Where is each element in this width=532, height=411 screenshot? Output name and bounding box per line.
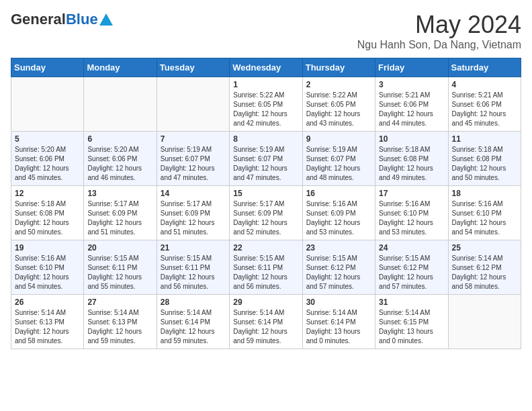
logo-triangle-icon <box>99 13 113 26</box>
calendar-cell: 18Sunrise: 5:16 AM Sunset: 6:10 PM Dayli… <box>448 186 521 240</box>
calendar-cell: 13Sunrise: 5:17 AM Sunset: 6:09 PM Dayli… <box>84 186 157 240</box>
day-header-wednesday: Wednesday <box>230 58 302 77</box>
cell-content: Sunrise: 5:14 AM Sunset: 6:12 PM Dayligh… <box>452 254 517 291</box>
day-number: 8 <box>233 134 298 144</box>
calendar-cell: 16Sunrise: 5:16 AM Sunset: 6:09 PM Dayli… <box>302 186 375 240</box>
calendar-cell: 23Sunrise: 5:15 AM Sunset: 6:12 PM Dayli… <box>302 240 375 295</box>
cell-content: Sunrise: 5:15 AM Sunset: 6:12 PM Dayligh… <box>306 254 371 291</box>
day-number: 24 <box>379 243 444 253</box>
day-number: 6 <box>87 134 152 144</box>
day-number: 10 <box>379 134 444 144</box>
day-number: 1 <box>233 80 298 89</box>
day-number: 28 <box>161 298 226 307</box>
cell-content: Sunrise: 5:15 AM Sunset: 6:11 PM Dayligh… <box>233 254 298 291</box>
calendar-cell: 26Sunrise: 5:14 AM Sunset: 6:13 PM Dayli… <box>11 295 84 349</box>
day-number: 14 <box>161 189 226 198</box>
page-header: GeneralBlue May 2024 Ngu Hanh Son, Da Na… <box>11 11 521 51</box>
calendar-week-row: 5Sunrise: 5:20 AM Sunset: 6:06 PM Daylig… <box>11 132 521 186</box>
cell-content: Sunrise: 5:15 AM Sunset: 6:12 PM Dayligh… <box>379 254 444 291</box>
cell-content: Sunrise: 5:16 AM Sunset: 6:10 PM Dayligh… <box>15 254 80 291</box>
calendar-cell: 29Sunrise: 5:14 AM Sunset: 6:14 PM Dayli… <box>230 295 302 349</box>
day-number: 3 <box>379 80 444 89</box>
cell-content: Sunrise: 5:20 AM Sunset: 6:06 PM Dayligh… <box>15 145 80 183</box>
calendar-week-row: 19Sunrise: 5:16 AM Sunset: 6:10 PM Dayli… <box>11 240 521 295</box>
cell-content: Sunrise: 5:22 AM Sunset: 6:05 PM Dayligh… <box>233 91 298 128</box>
calendar-cell <box>157 77 229 132</box>
cell-content: Sunrise: 5:18 AM Sunset: 6:08 PM Dayligh… <box>379 145 444 183</box>
calendar-cell: 14Sunrise: 5:17 AM Sunset: 6:09 PM Dayli… <box>157 186 229 240</box>
calendar-cell: 15Sunrise: 5:17 AM Sunset: 6:09 PM Dayli… <box>230 186 302 240</box>
calendar-cell: 5Sunrise: 5:20 AM Sunset: 6:06 PM Daylig… <box>11 132 84 186</box>
day-number: 17 <box>379 189 444 198</box>
cell-content: Sunrise: 5:14 AM Sunset: 6:14 PM Dayligh… <box>161 308 226 346</box>
cell-content: Sunrise: 5:16 AM Sunset: 6:09 PM Dayligh… <box>306 199 371 237</box>
day-header-saturday: Saturday <box>448 58 521 77</box>
cell-content: Sunrise: 5:22 AM Sunset: 6:05 PM Dayligh… <box>306 91 371 128</box>
calendar-cell: 22Sunrise: 5:15 AM Sunset: 6:11 PM Dayli… <box>230 240 302 295</box>
day-number: 30 <box>306 298 371 307</box>
day-number: 26 <box>15 298 80 307</box>
calendar-cell: 17Sunrise: 5:16 AM Sunset: 6:10 PM Dayli… <box>375 186 448 240</box>
logo: GeneralBlue <box>11 11 113 28</box>
day-number: 22 <box>233 243 298 253</box>
calendar-cell: 30Sunrise: 5:14 AM Sunset: 6:14 PM Dayli… <box>302 295 375 349</box>
day-number: 11 <box>452 134 517 144</box>
day-header-thursday: Thursday <box>302 58 375 77</box>
calendar-cell: 28Sunrise: 5:14 AM Sunset: 6:14 PM Dayli… <box>157 295 229 349</box>
day-number: 4 <box>452 80 517 89</box>
calendar-cell: 7Sunrise: 5:19 AM Sunset: 6:07 PM Daylig… <box>157 132 229 186</box>
day-number: 21 <box>161 243 226 253</box>
day-number: 13 <box>87 189 152 198</box>
day-header-tuesday: Tuesday <box>157 58 229 77</box>
day-number: 25 <box>452 243 517 253</box>
logo-general: General <box>11 11 66 28</box>
calendar-cell: 20Sunrise: 5:15 AM Sunset: 6:11 PM Dayli… <box>84 240 157 295</box>
cell-content: Sunrise: 5:15 AM Sunset: 6:11 PM Dayligh… <box>87 254 152 291</box>
cell-content: Sunrise: 5:17 AM Sunset: 6:09 PM Dayligh… <box>161 199 226 237</box>
calendar-cell: 19Sunrise: 5:16 AM Sunset: 6:10 PM Dayli… <box>11 240 84 295</box>
day-number: 12 <box>15 189 80 198</box>
calendar-cell <box>448 295 521 349</box>
day-number: 2 <box>306 80 371 89</box>
cell-content: Sunrise: 5:19 AM Sunset: 6:07 PM Dayligh… <box>161 145 226 183</box>
calendar-header-row: SundayMondayTuesdayWednesdayThursdayFrid… <box>11 58 521 77</box>
calendar-cell: 2Sunrise: 5:22 AM Sunset: 6:05 PM Daylig… <box>302 77 375 132</box>
calendar-cell: 9Sunrise: 5:19 AM Sunset: 6:07 PM Daylig… <box>302 132 375 186</box>
cell-content: Sunrise: 5:18 AM Sunset: 6:08 PM Dayligh… <box>452 145 517 183</box>
calendar-table: SundayMondayTuesdayWednesdayThursdayFrid… <box>11 58 521 349</box>
calendar-cell: 27Sunrise: 5:14 AM Sunset: 6:13 PM Dayli… <box>84 295 157 349</box>
calendar-cell: 6Sunrise: 5:20 AM Sunset: 6:06 PM Daylig… <box>84 132 157 186</box>
day-number: 29 <box>233 298 298 307</box>
calendar-week-row: 12Sunrise: 5:18 AM Sunset: 6:08 PM Dayli… <box>11 186 521 240</box>
day-number: 5 <box>15 134 80 144</box>
day-number: 20 <box>87 243 152 253</box>
calendar-cell: 3Sunrise: 5:21 AM Sunset: 6:06 PM Daylig… <box>375 77 448 132</box>
cell-content: Sunrise: 5:14 AM Sunset: 6:14 PM Dayligh… <box>233 308 298 346</box>
calendar-cell: 10Sunrise: 5:18 AM Sunset: 6:08 PM Dayli… <box>375 132 448 186</box>
day-header-sunday: Sunday <box>11 58 84 77</box>
day-number: 18 <box>452 189 517 198</box>
cell-content: Sunrise: 5:21 AM Sunset: 6:06 PM Dayligh… <box>452 91 517 128</box>
day-number: 23 <box>306 243 371 253</box>
cell-content: Sunrise: 5:14 AM Sunset: 6:13 PM Dayligh… <box>87 308 152 346</box>
calendar-week-row: 1Sunrise: 5:22 AM Sunset: 6:05 PM Daylig… <box>11 77 521 132</box>
day-header-monday: Monday <box>84 58 157 77</box>
day-number: 7 <box>161 134 226 144</box>
cell-content: Sunrise: 5:14 AM Sunset: 6:13 PM Dayligh… <box>15 308 80 346</box>
title-block: May 2024 Ngu Hanh Son, Da Nang, Vietnam <box>357 11 521 51</box>
cell-content: Sunrise: 5:17 AM Sunset: 6:09 PM Dayligh… <box>87 199 152 237</box>
logo-blue: Blue <box>66 11 98 28</box>
calendar-cell: 1Sunrise: 5:22 AM Sunset: 6:05 PM Daylig… <box>230 77 302 132</box>
cell-content: Sunrise: 5:15 AM Sunset: 6:11 PM Dayligh… <box>161 254 226 291</box>
subtitle: Ngu Hanh Son, Da Nang, Vietnam <box>357 39 521 51</box>
cell-content: Sunrise: 5:21 AM Sunset: 6:06 PM Dayligh… <box>379 91 444 128</box>
cell-content: Sunrise: 5:16 AM Sunset: 6:10 PM Dayligh… <box>452 199 517 237</box>
cell-content: Sunrise: 5:20 AM Sunset: 6:06 PM Dayligh… <box>87 145 152 183</box>
calendar-week-row: 26Sunrise: 5:14 AM Sunset: 6:13 PM Dayli… <box>11 295 521 349</box>
day-number: 9 <box>306 134 371 144</box>
calendar-cell: 24Sunrise: 5:15 AM Sunset: 6:12 PM Dayli… <box>375 240 448 295</box>
calendar-cell: 25Sunrise: 5:14 AM Sunset: 6:12 PM Dayli… <box>448 240 521 295</box>
calendar-cell: 12Sunrise: 5:18 AM Sunset: 6:08 PM Dayli… <box>11 186 84 240</box>
cell-content: Sunrise: 5:14 AM Sunset: 6:14 PM Dayligh… <box>306 308 371 346</box>
cell-content: Sunrise: 5:19 AM Sunset: 6:07 PM Dayligh… <box>233 145 298 183</box>
